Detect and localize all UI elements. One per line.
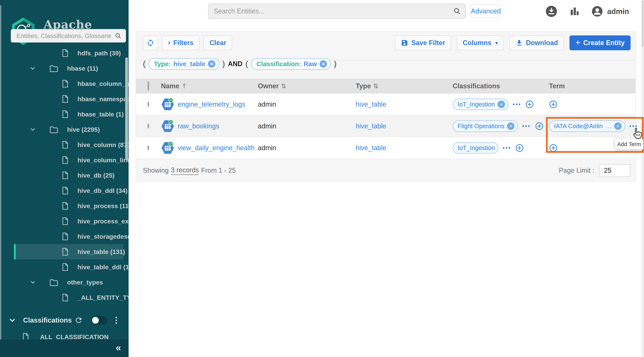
main-content: Advanced admin › Filters Clear (128, 0, 644, 357)
filter-chip-classification[interactable]: Classification:Raw × (251, 58, 331, 70)
collapse-sidebar-icon[interactable]: « (116, 342, 121, 353)
add-term-icon[interactable] (549, 144, 558, 152)
sidebar-search-input[interactable] (11, 29, 126, 42)
add-classification-icon[interactable] (515, 144, 524, 152)
sidebar-tree-item[interactable]: other_types (0, 275, 128, 290)
more-classifications-icon[interactable]: ••• (513, 101, 522, 108)
filters-button[interactable]: › Filters (162, 36, 200, 50)
save-filter-button[interactable]: Save Filter (395, 36, 451, 50)
sidebar-tree-item-label: hdfs_path (39) (78, 50, 121, 57)
classification-pill[interactable]: Flight Operations × (453, 120, 518, 132)
chevron-down-icon[interactable] (30, 65, 36, 72)
kebab-menu-icon[interactable] (116, 317, 117, 324)
column-header-type[interactable]: Type⇅ (356, 82, 453, 90)
sort-asc-icon[interactable]: ↑ (182, 82, 187, 90)
global-search-input[interactable] (208, 4, 466, 19)
refresh-results-button[interactable] (143, 36, 158, 50)
records-count-link[interactable]: 3 records (171, 166, 199, 175)
row-checkbox[interactable] (148, 146, 149, 150)
search-icon[interactable] (453, 8, 461, 15)
user-menu[interactable]: admin (592, 6, 629, 17)
download-icon (516, 39, 523, 46)
sidebar-tree-item[interactable]: hbase_namespace (1) (0, 91, 128, 106)
table-row[interactable]: raw_bookings admin hive_table Flight Ope… (136, 115, 636, 137)
column-header-term[interactable]: Term (549, 82, 636, 90)
chevron-down-icon[interactable] (8, 316, 16, 324)
chevron-down-icon[interactable] (30, 279, 36, 286)
download-results-button[interactable]: Download (510, 36, 564, 50)
sidebar-tree-item[interactable]: hive_table_ddl (137) (0, 259, 128, 275)
statistics-icon[interactable] (570, 6, 580, 17)
entity-type-tree: hdfs_path (39) hbase (11) hbase_ (0, 46, 128, 305)
sidebar-tree-item[interactable]: hbase_table (1) (0, 106, 128, 122)
sidebar-tree-item-label: hbase_table (1) (78, 111, 124, 118)
create-entity-button[interactable]: + Create Entity (570, 36, 630, 50)
more-classifications-icon[interactable]: ••• (522, 123, 531, 129)
classifications-toggle[interactable] (91, 316, 107, 324)
chevron-down-icon[interactable] (30, 126, 36, 133)
term-pill[interactable]: IATA Code@Airline … × (549, 120, 625, 132)
sidebar-tree-item[interactable]: hdfs_path (39) (0, 46, 128, 61)
sidebar-tree-item[interactable]: hbase (11) (0, 61, 128, 76)
column-header-classifications[interactable]: Classifications (453, 82, 549, 90)
sidebar-tree-item[interactable]: hive_table (131) (0, 244, 128, 259)
classifications-section-header[interactable]: Classifications (0, 312, 128, 328)
sidebar-tree-item[interactable]: hive_process_execution (… (0, 214, 128, 229)
column-header-name[interactable]: Name↑ (161, 82, 258, 90)
sidebar-left-scrollbar[interactable] (0, 5, 1, 349)
entity-name-link[interactable]: view_daily_engine_health (178, 144, 254, 152)
owner-cell: admin (258, 100, 356, 108)
showing-label: Showing (143, 166, 169, 174)
remove-classification-icon[interactable]: × (498, 100, 505, 108)
entity-type-link[interactable]: hive_table (356, 122, 386, 130)
row-checkbox[interactable] (148, 124, 149, 128)
column-header-owner[interactable]: Owner⇅ (258, 82, 356, 90)
row-checkbox[interactable] (148, 102, 149, 106)
classifications-cell: Flight Operations × ••• (453, 120, 549, 132)
classification-pill[interactable]: IoT_Ingestion (453, 142, 498, 154)
sidebar-tree-item-label: hive_table (131) (78, 248, 125, 256)
sort-icon[interactable]: ⇅ (373, 82, 378, 90)
entity-name-link[interactable]: raw_bookings (178, 122, 219, 130)
page-limit-input[interactable] (599, 164, 630, 177)
remove-filter-icon[interactable]: × (320, 60, 327, 68)
sort-icon[interactable]: ⇅ (281, 82, 286, 90)
advanced-search-button[interactable]: Advanced (470, 4, 501, 18)
sidebar-tree-item[interactable]: hive_column (871) (0, 137, 128, 152)
add-classification-icon[interactable] (525, 100, 534, 109)
add-term-icon[interactable] (549, 100, 558, 109)
refresh-classifications-icon[interactable] (74, 316, 83, 324)
more-classifications-icon[interactable]: ••• (502, 145, 511, 151)
remove-filter-icon[interactable]: × (208, 60, 216, 68)
sidebar-tree-item[interactable]: hive_db_ddl (34) (0, 183, 128, 198)
classification-pill[interactable]: IoT_Ingestion × (453, 98, 508, 110)
add-classification-icon[interactable] (535, 122, 544, 130)
entity-type-link[interactable]: hive_table (356, 144, 386, 152)
clear-filters-button[interactable]: Clear (204, 36, 232, 50)
document-icon (62, 49, 68, 57)
sidebar-tree-item[interactable]: _ALL_ENTITY_TYPES (0, 290, 128, 305)
sidebar-tree-item[interactable]: hive_db (25) (0, 168, 128, 183)
sidebar-tree-item[interactable]: hive_storagedesc (131) (0, 229, 128, 244)
sidebar-scrollbar[interactable] (125, 58, 128, 160)
filter-chip-type[interactable]: Type:hive_table × (148, 58, 219, 70)
sidebar-tree-item-label: hbase (11) (67, 65, 98, 72)
sidebar-tree-item[interactable]: hive_process (115) (0, 198, 128, 214)
select-all-checkbox[interactable] (148, 82, 149, 90)
download-reports-icon[interactable] (545, 5, 558, 18)
remove-term-icon[interactable]: × (614, 122, 622, 130)
sidebar-tree-item[interactable]: hive (2295) (0, 122, 128, 137)
columns-button[interactable]: Columns ▾ (457, 36, 504, 50)
entity-name-link[interactable]: engine_telemetry_logs (178, 100, 245, 108)
sidebar-tree-item-label: other_types (67, 279, 103, 286)
remove-classification-icon[interactable]: × (507, 122, 514, 130)
sidebar-tree-item[interactable]: hbase_column_family (9) (0, 76, 128, 91)
entity-type-link[interactable]: hive_table (356, 100, 386, 108)
sidebar-tree-item[interactable]: hive_column_lineage (734) (0, 152, 128, 168)
table-row[interactable]: view_daily_engine_health admin hive_tabl… (136, 137, 636, 159)
save-icon (401, 39, 408, 46)
search-results-card: › Filters Clear Save Filter Columns ▾ (136, 31, 636, 182)
page-scrollbar[interactable] (642, 0, 644, 357)
global-search (208, 4, 466, 19)
table-row[interactable]: engine_telemetry_logs admin hive_table I… (136, 94, 636, 115)
